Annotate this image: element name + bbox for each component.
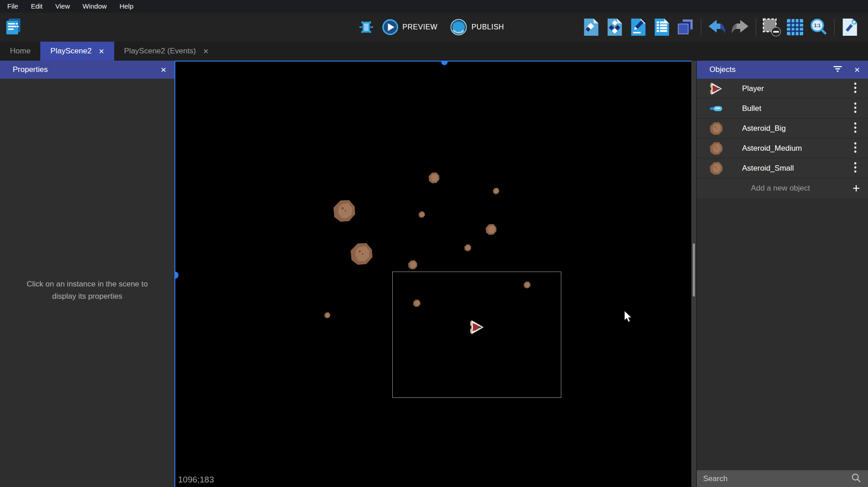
object-row-player[interactable]: Player (697, 79, 868, 99)
zoom-1-1-icon[interactable]: 1:1 (809, 15, 829, 39)
object-groups-icon[interactable] (605, 15, 625, 39)
player-instance[interactable] (469, 320, 485, 336)
object-row-asteroid_medium[interactable]: Asteroid_Medium (697, 138, 868, 158)
asteroid-icon (709, 141, 724, 156)
properties-empty-message: Click on an instance in the scene to dis… (0, 278, 174, 302)
debugger-icon[interactable] (357, 19, 375, 36)
objects-panel-header: Objects × (697, 61, 868, 79)
object-row-asteroid_small[interactable]: Asteroid_Small (697, 158, 868, 178)
asteroid-instance[interactable] (429, 172, 439, 185)
asteroid-instance[interactable] (324, 312, 330, 320)
object-name: Asteroid_Small (742, 164, 851, 173)
kebab-menu-icon[interactable] (851, 162, 860, 175)
grid-icon[interactable] (785, 15, 805, 39)
asteroid-instance[interactable] (493, 188, 499, 196)
objects-panel-title: Objects (709, 65, 736, 74)
redo-icon[interactable] (730, 15, 750, 39)
canvas-scrollbar[interactable] (691, 61, 696, 487)
instances-list-icon[interactable] (652, 15, 672, 39)
menu-bar: FileEditViewWindowHelp (0, 0, 868, 13)
cursor-coordinates: 1096;183 (178, 475, 214, 485)
tab-playscene2[interactable]: PlayScene2× (40, 42, 114, 61)
menu-edit[interactable]: Edit (24, 0, 49, 13)
object-name: Bullet (742, 104, 851, 113)
asteroid-instance[interactable] (351, 243, 372, 267)
tab-home[interactable]: Home (0, 42, 40, 61)
properties-panel-header: Properties × (0, 61, 174, 79)
player-ship-icon (709, 81, 724, 96)
objects-editor-icon[interactable] (581, 15, 601, 39)
properties-panel-body: Click on an instance in the scene to dis… (0, 79, 174, 487)
close-icon[interactable]: × (161, 64, 166, 75)
object-name: Player (742, 84, 851, 93)
project-manager-icon[interactable] (4, 16, 24, 38)
scene-properties-icon[interactable] (628, 15, 648, 39)
mouse-cursor (623, 310, 632, 325)
kebab-menu-icon[interactable] (851, 82, 860, 95)
objects-panel: Objects × PlayerBulletAsteroid_BigAstero… (696, 61, 868, 487)
publish-button[interactable]: PUBLISH (472, 23, 504, 31)
top-resize-handle[interactable] (441, 61, 448, 65)
add-object-label: Add a new object (709, 184, 853, 193)
toolbar-separator (701, 18, 701, 36)
bullet-icon (709, 101, 724, 116)
asteroid-instance[interactable] (524, 282, 530, 290)
asteroid-icon (709, 161, 724, 176)
canvas-scrollbar-thumb[interactable] (693, 244, 695, 296)
tab-playscene2-events-[interactable]: PlayScene2 (Events)× (114, 42, 218, 61)
svg-text:1:1: 1:1 (814, 23, 821, 28)
menu-window[interactable]: Window (76, 0, 113, 13)
close-icon[interactable]: × (99, 47, 104, 56)
properties-panel-title: Properties (13, 65, 48, 74)
filter-icon[interactable] (833, 65, 843, 75)
close-icon[interactable]: × (854, 64, 860, 75)
layers-icon[interactable] (675, 15, 695, 39)
object-name: Asteroid_Medium (742, 144, 851, 153)
tab-label: Home (10, 47, 30, 56)
asteroid-instance[interactable] (408, 260, 417, 271)
asteroid-icon (709, 121, 724, 136)
asteroid-instance[interactable] (413, 300, 420, 309)
toolbar-separator (834, 18, 834, 36)
preview-button[interactable]: PREVIEW (402, 23, 437, 31)
search-input[interactable] (703, 474, 851, 483)
preview-play-icon[interactable] (382, 19, 398, 35)
object-row-asteroid_big[interactable]: Asteroid_Big (697, 119, 868, 138)
asteroid-instance[interactable] (333, 200, 355, 224)
left-resize-handle[interactable] (174, 272, 178, 279)
objects-panel-empty-area (697, 198, 868, 470)
objects-search-bar (697, 470, 868, 487)
object-name: Asteroid_Big (742, 124, 851, 133)
asteroid-instance[interactable] (419, 211, 425, 220)
properties-panel: Properties × Click on an instance in the… (0, 61, 174, 487)
scene-settings-icon[interactable] (840, 15, 860, 39)
scene-canvas[interactable]: 1096;183 (174, 61, 691, 487)
add-object-row[interactable]: Add a new object + (697, 178, 868, 198)
tab-label: PlayScene2 (50, 47, 92, 56)
asteroid-instance[interactable] (464, 244, 471, 253)
tab-label: PlayScene2 (Events) (124, 47, 196, 56)
publish-globe-icon[interactable] (450, 19, 468, 36)
close-icon[interactable]: × (203, 47, 209, 56)
menu-help[interactable]: Help (113, 0, 140, 13)
kebab-menu-icon[interactable] (851, 122, 860, 135)
deselect-instances-icon[interactable] (762, 15, 781, 39)
menu-file[interactable]: File (1, 0, 24, 13)
undo-icon[interactable] (707, 15, 727, 39)
toolbar-separator (756, 18, 756, 36)
tab-bar: HomePlayScene2×PlayScene2 (Events)× (0, 42, 868, 61)
kebab-menu-icon[interactable] (851, 102, 860, 115)
asteroid-instance[interactable] (486, 224, 497, 237)
search-icon (851, 473, 862, 485)
plus-icon: + (853, 182, 860, 195)
toolbar: PREVIEW PUBLISH 1:1 (0, 13, 868, 42)
menu-view[interactable]: View (49, 0, 76, 13)
object-row-bullet[interactable]: Bullet (697, 99, 868, 119)
kebab-menu-icon[interactable] (851, 142, 860, 155)
canvas-top-resize-border[interactable] (174, 61, 691, 62)
